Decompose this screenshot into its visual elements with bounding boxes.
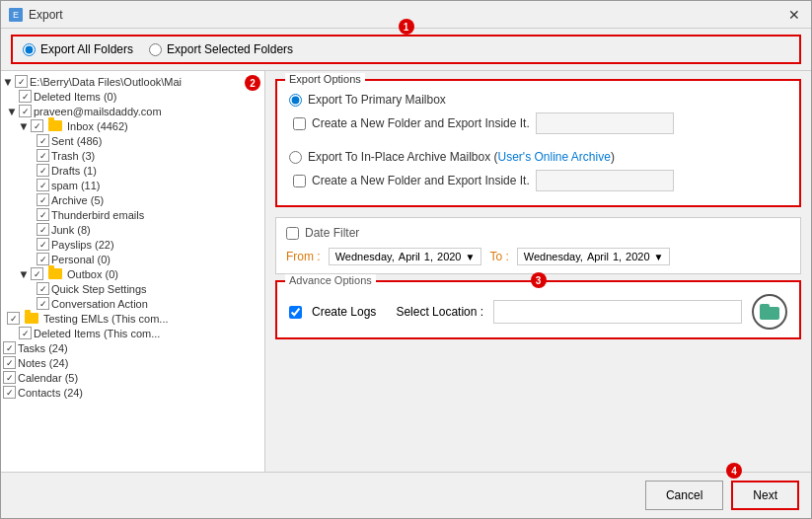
title-bar-left: E Export (9, 8, 63, 22)
checkbox-testing[interactable] (7, 312, 20, 325)
checkbox-quickstep[interactable] (37, 282, 49, 295)
expand-root[interactable]: ▼ (3, 77, 13, 87)
payslips-label: Payslips (22) (51, 239, 114, 251)
checkbox-conversation[interactable] (37, 297, 49, 310)
step2-badge: 2 (245, 75, 260, 91)
export-archive-radio[interactable] (289, 151, 302, 164)
inbox-folder-icon (48, 120, 62, 131)
from-day: Wednesday, (335, 251, 395, 262)
export-options-section: Export Options Export To Primary Mailbox… (275, 79, 801, 207)
checkbox-tasks[interactable] (3, 341, 16, 354)
quickstep-label: Quick Step Settings (51, 283, 147, 295)
to-daynum: 1, (613, 251, 622, 262)
from-year: 2020 (437, 251, 461, 262)
export-selected-option[interactable]: Export Selected Folders (149, 42, 293, 56)
testing-label: Testing EMLs (This com... (43, 313, 169, 325)
from-month: April (399, 251, 420, 262)
create-folder-input1[interactable] (536, 112, 674, 134)
checkbox-payslips[interactable] (37, 238, 49, 251)
checkbox-inbox[interactable] (31, 119, 43, 132)
from-label: From : (286, 250, 321, 263)
to-day: Wednesday, (524, 251, 583, 262)
checkbox-trash[interactable] (37, 149, 49, 162)
create-folder-row2: Create a New Folder and Export Inside It… (293, 170, 787, 191)
export-primary-radio[interactable] (289, 94, 302, 107)
tree-payslips: Payslips (22) (1, 237, 264, 252)
to-date-picker[interactable]: Wednesday, April 1, 2020 ▼ (517, 248, 671, 265)
next-button[interactable]: Next (731, 481, 799, 510)
export-selected-radio[interactable] (149, 43, 162, 56)
create-logs-check[interactable] (289, 306, 302, 319)
right-panel: Export Options Export To Primary Mailbox… (265, 71, 811, 472)
tree-tasks: Tasks (24) (1, 340, 264, 355)
checkbox-calendar[interactable] (3, 371, 16, 384)
main-content: 2 ▼ E:\Berry\Data Files\Outlook\Mai Dele… (1, 71, 811, 472)
conversation-label: Conversation Action (51, 298, 148, 310)
tree-quickstep: Quick Step Settings (1, 281, 264, 296)
checkbox-notes[interactable] (3, 356, 16, 369)
checkbox-drafts[interactable] (37, 164, 49, 177)
export-mode-group: Export All Folders Export Selected Folde… (11, 35, 801, 64)
checkbox-sent[interactable] (37, 134, 49, 147)
export-archive-label: Export To In-Place Archive Mailbox (User… (308, 150, 615, 164)
export-all-label: Export All Folders (40, 42, 133, 56)
location-input[interactable] (493, 300, 742, 324)
praveen-label: praveen@mailsdaddy.com (34, 106, 162, 117)
outbox-folder-icon (48, 268, 62, 279)
tree-inbox: ▼ Inbox (4462) (1, 118, 264, 133)
create-folder-row1: Create a New Folder and Export Inside It… (293, 112, 787, 134)
from-date-picker[interactable]: Wednesday, April 1, 2020 ▼ (329, 248, 482, 265)
export-all-radio[interactable] (23, 43, 36, 56)
create-folder-check1[interactable] (293, 117, 306, 130)
create-folder-check2[interactable] (293, 175, 306, 187)
toolbar: 1 Export All Folders Export Selected Fol… (1, 29, 811, 71)
testing-folder-icon (25, 313, 38, 324)
export-all-option[interactable]: Export All Folders (23, 42, 133, 56)
expand-inbox[interactable]: ▼ (19, 121, 29, 131)
sent-label: Sent (486) (51, 135, 102, 147)
folder-tree-panel: 2 ▼ E:\Berry\Data Files\Outlook\Mai Dele… (1, 71, 265, 472)
personal-label: Personal (0) (51, 254, 111, 265)
tree-calendar: Calendar (5) (1, 370, 264, 385)
to-dropdown-icon[interactable]: ▼ (654, 252, 664, 262)
browse-folder-button[interactable] (752, 294, 787, 330)
checkbox-outbox[interactable] (31, 267, 43, 280)
checkbox-personal[interactable] (37, 253, 49, 265)
advance-options-section: 3 Advance Options Create Logs Select Loc… (275, 280, 801, 339)
tree-testing-emls: Testing EMLs (This com... (1, 311, 264, 326)
cancel-button[interactable]: Cancel (645, 481, 723, 510)
expand-praveen[interactable]: ▼ (7, 107, 17, 116)
export-primary-row: Export To Primary Mailbox (289, 93, 787, 107)
drafts-label: Drafts (1) (51, 165, 97, 177)
advance-row: Create Logs Select Location : (289, 294, 787, 330)
date-filter-check[interactable] (286, 227, 299, 240)
checkbox-spam[interactable] (37, 179, 49, 191)
expand-outbox[interactable]: ▼ (19, 269, 29, 279)
create-folder-input2[interactable] (536, 170, 674, 191)
app-icon: E (9, 8, 23, 22)
deleted-items-label: Deleted Items (0) (34, 91, 116, 103)
browse-folder-icon (760, 304, 779, 320)
online-archive-link[interactable]: User's Online Archive (498, 150, 611, 164)
date-filter-section: Date Filter From : Wednesday, April 1, 2… (275, 217, 801, 274)
from-dropdown-icon[interactable]: ▼ (466, 252, 476, 262)
tree-drafts: Drafts (1) (1, 163, 264, 178)
checkbox-root[interactable] (15, 75, 28, 88)
tasks-label: Tasks (24) (18, 342, 68, 354)
to-year: 2020 (626, 251, 649, 262)
create-folder-label1: Create a New Folder and Export Inside It… (312, 116, 530, 130)
close-button[interactable]: ✕ (785, 6, 803, 24)
date-row: From : Wednesday, April 1, 2020 ▼ To : W… (286, 248, 790, 265)
trash-label: Trash (3) (51, 150, 95, 162)
checkbox-deleted-this[interactable] (19, 327, 32, 339)
tree-praveen: ▼ praveen@mailsdaddy.com (1, 104, 264, 118)
checkbox-junk[interactable] (37, 223, 49, 236)
checkbox-archive[interactable] (37, 193, 49, 206)
checkbox-deleted[interactable] (19, 90, 32, 103)
checkbox-contacts[interactable] (3, 386, 16, 399)
date-filter-label: Date Filter (305, 226, 359, 240)
checkbox-thunderbird[interactable] (37, 208, 49, 221)
tree-outbox: ▼ Outbox (0) (1, 266, 264, 281)
checkbox-praveen[interactable] (19, 105, 32, 117)
advance-label: Advance Options (285, 274, 376, 286)
